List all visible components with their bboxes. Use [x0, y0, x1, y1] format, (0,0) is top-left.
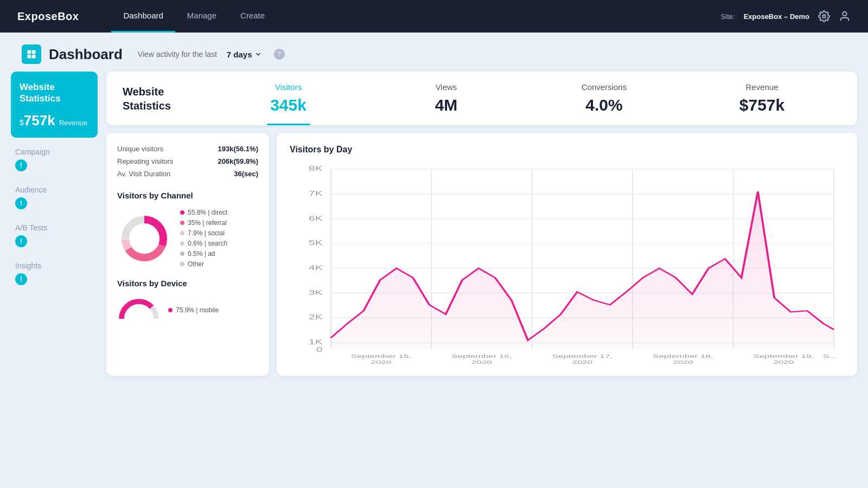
svg-text:September 16,: September 16,: [451, 353, 512, 359]
days-selector[interactable]: 7 days: [225, 49, 264, 60]
sidebar-item-campaign[interactable]: Campaign !: [11, 138, 98, 176]
channel-legend: 55.8% | direct 35% | referral 7.9% | soc…: [180, 209, 227, 268]
legend-search-dot: [180, 241, 184, 246]
metric-conversions-value: 4.0%: [585, 96, 622, 114]
legend-direct-label: 55.8% | direct: [188, 209, 227, 216]
nav-dashboard[interactable]: Dashboard: [111, 0, 175, 33]
user-button[interactable]: [839, 10, 851, 22]
svg-text:8K: 8K: [309, 165, 323, 172]
audience-info-icon: !: [15, 197, 27, 209]
svg-text:4K: 4K: [309, 264, 323, 271]
device-section: Visitors by Device 75.9% | mobile: [117, 279, 258, 324]
metric-views[interactable]: Views 4M: [367, 82, 525, 114]
visitors-by-day-chart: 8K 7K 6K 5K 4K 3K 2K 1K 0: [290, 163, 844, 364]
nav-create[interactable]: Create: [228, 0, 277, 33]
channel-donut-chart: [117, 211, 171, 266]
sidebar-active-title: WebsiteStatistics: [20, 81, 89, 105]
legend-search-label: 0.6% | search: [188, 240, 227, 247]
legend-search: 0.6% | search: [180, 240, 227, 247]
device-mobile-dot: [168, 308, 173, 312]
metric-views-value: 4M: [435, 96, 458, 114]
site-label: Site:: [721, 12, 735, 21]
content-area: WebsiteStatistics Visitors 345k Views 4M…: [106, 72, 857, 376]
sidebar-item-abtests[interactable]: A/B Tests !: [11, 214, 98, 252]
legend-referral-label: 35% | referral: [188, 219, 227, 227]
page-header: Dashboard View activity for the last 7 d…: [0, 33, 868, 72]
left-panel: Unique visitors 193k(56.1%) Repeating vi…: [106, 133, 269, 376]
av-duration-row: Av. Visit Duration 36(sec): [117, 170, 258, 178]
days-value: 7 days: [227, 50, 252, 59]
stats-card-title: WebsiteStatistics: [123, 85, 188, 113]
device-mobile-label: 75.9% | mobile: [176, 306, 219, 314]
insights-info-icon: !: [15, 273, 27, 285]
metric-conversions[interactable]: Conversions 4.0%: [525, 82, 683, 114]
legend-ad: 0.5% | ad: [180, 250, 227, 258]
svg-text:2K: 2K: [309, 314, 323, 321]
channel-section-title: Visitors by Channel: [117, 191, 258, 200]
svg-text:S...: S...: [823, 353, 837, 359]
svg-text:2020: 2020: [773, 359, 794, 364]
repeating-visitors-label: Repeating visitors: [117, 157, 173, 165]
legend-referral: 35% | referral: [180, 219, 227, 227]
device-donut-chart: [117, 297, 161, 324]
help-icon[interactable]: ?: [274, 49, 285, 60]
insights-label: Insights: [15, 261, 93, 270]
av-duration-label: Av. Visit Duration: [117, 170, 170, 178]
channel-donut-container: 55.8% | direct 35% | referral 7.9% | soc…: [117, 209, 258, 268]
svg-text:2020: 2020: [471, 359, 492, 364]
metric-visitors[interactable]: Visitors 345k: [209, 82, 367, 114]
device-donut-container: 75.9% | mobile: [117, 297, 258, 324]
svg-text:1K: 1K: [309, 339, 323, 346]
metric-views-label: Views: [436, 82, 457, 92]
legend-direct: 55.8% | direct: [180, 209, 227, 216]
nav-links: Dashboard Manage Create: [111, 0, 699, 33]
unique-visitors-label: Unique visitors: [117, 145, 163, 153]
right-panel: Visitors by Day 8K 7K: [277, 133, 857, 376]
svg-text:3K: 3K: [309, 289, 323, 296]
legend-direct-dot: [180, 210, 184, 215]
svg-text:0: 0: [316, 346, 323, 354]
campaign-info-icon: !: [15, 159, 27, 171]
metric-conversions-label: Conversions: [582, 82, 627, 92]
abtests-label: A/B Tests: [15, 223, 93, 232]
visitors-by-day-title: Visitors by Day: [290, 145, 844, 155]
lower-panel: Unique visitors 193k(56.1%) Repeating vi…: [106, 133, 857, 376]
svg-rect-4: [28, 55, 31, 59]
chart-area: 8K 7K 6K 5K 4K 3K 2K 1K 0: [290, 163, 844, 364]
main-layout: WebsiteStatistics $757k Revenue Campaign…: [0, 72, 868, 387]
repeating-visitors-value: 206k(59.8%): [218, 157, 258, 165]
av-duration-value: 36(sec): [234, 170, 258, 178]
svg-rect-2: [28, 50, 31, 54]
legend-referral-dot: [180, 221, 184, 225]
settings-button[interactable]: [818, 10, 830, 22]
legend-other: Other: [180, 260, 227, 268]
sidebar-item-website-statistics[interactable]: WebsiteStatistics $757k Revenue: [11, 72, 98, 138]
stats-card: WebsiteStatistics Visitors 345k Views 4M…: [106, 72, 857, 125]
svg-text:6K: 6K: [309, 215, 323, 222]
visitor-stats: Unique visitors 193k(56.1%) Repeating vi…: [117, 145, 258, 178]
svg-text:September 15,: September 15,: [351, 353, 412, 359]
svg-text:2020: 2020: [572, 359, 592, 364]
svg-text:7K: 7K: [309, 190, 323, 197]
sidebar-active-value: $757k Revenue: [20, 112, 89, 129]
repeating-visitors-row: Repeating visitors 206k(59.8%): [117, 157, 258, 165]
page-title: Dashboard: [49, 46, 123, 63]
svg-point-11: [129, 223, 159, 254]
metric-visitors-value: 345k: [270, 96, 307, 114]
site-name: ExposeBox – Demo: [744, 12, 809, 21]
metric-revenue-value: $757k: [739, 96, 784, 114]
svg-text:5K: 5K: [309, 240, 323, 247]
metric-revenue[interactable]: Revenue $757k: [683, 82, 841, 114]
device-mobile-legend: 75.9% | mobile: [168, 306, 219, 314]
nav-manage[interactable]: Manage: [175, 0, 228, 33]
svg-point-0: [822, 15, 826, 18]
device-section-title: Visitors by Device: [117, 279, 258, 288]
legend-social-label: 7.9% | social: [188, 229, 225, 237]
svg-point-1: [843, 12, 846, 16]
svg-text:September 18,: September 18,: [653, 353, 713, 359]
metric-visitors-label: Visitors: [275, 82, 302, 92]
sidebar-item-insights[interactable]: Insights !: [11, 252, 98, 290]
sidebar: WebsiteStatistics $757k Revenue Campaign…: [11, 72, 98, 376]
sidebar-item-audience[interactable]: Audience !: [11, 176, 98, 214]
metric-visitors-underline: [267, 124, 310, 125]
